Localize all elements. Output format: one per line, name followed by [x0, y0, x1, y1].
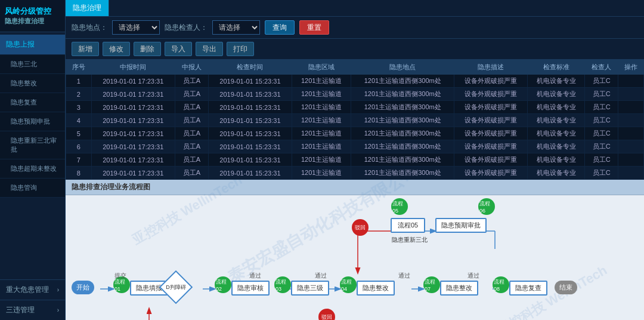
export-button[interactable]: 导出	[196, 42, 223, 56]
table-cell: 员工A	[175, 75, 208, 88]
table-cell: 员工C	[585, 75, 618, 88]
chevron-right-icon: ›	[57, 287, 59, 293]
proc06-top-circle: 流程06	[478, 198, 495, 215]
table-cell: 1201主运输道	[292, 75, 351, 88]
table-cell: 2019-01-01 17:23:31	[91, 88, 175, 101]
reject-circle-bottom: 驳回	[318, 309, 335, 320]
table-cell: 2019-01-01 15:23:31	[208, 140, 292, 153]
proc08-circle: 流程08	[493, 276, 509, 293]
table-cell: 2019-01-01 17:23:31	[91, 114, 175, 127]
top-tabs: 隐患治理	[66, 0, 644, 17]
table-cell	[618, 101, 644, 114]
print-button[interactable]: 打印	[227, 42, 254, 56]
sidebar-item-hidden-preapprove[interactable]: 隐患预期申批	[0, 112, 65, 131]
table-row[interactable]: 72019-01-01 17:23:31员工A2019-01-01 15:23:…	[66, 153, 644, 167]
col-header-index: 序号	[66, 60, 92, 75]
table-row[interactable]: 52019-01-01 17:23:31员工A2019-01-01 15:23:…	[66, 127, 644, 140]
table-row[interactable]: 32019-01-01 17:23:31员工A2019-01-01 15:23:…	[66, 101, 644, 114]
table-cell: 设备外观破损严重	[454, 88, 528, 101]
table-cell: 员工C	[585, 114, 618, 127]
tab-main[interactable]: 隐患治理	[66, 0, 109, 16]
table-cell: 员工C	[585, 101, 618, 114]
proc03-circle: 流程03	[274, 276, 291, 293]
table-cell: 8	[66, 167, 92, 180]
inspector-select[interactable]: 请选择	[212, 20, 260, 35]
preapprove-box: 隐患预期审批	[435, 218, 487, 233]
table-cell	[618, 167, 644, 180]
table-row[interactable]: 22019-01-01 17:23:31员工A2019-01-01 15:23:…	[66, 88, 644, 101]
rectify2-box: 隐患整改	[440, 281, 478, 296]
pass-label-2: 通过	[315, 272, 327, 280]
pass-label-4: 通过	[467, 272, 479, 280]
sidebar-item-hidden-overdue[interactable]: 隐患超期未整改	[0, 159, 65, 179]
table-cell: 1201主运输道西侧300m处	[351, 114, 454, 127]
sidebar-item-hidden-report[interactable]: 隐患上报	[0, 35, 65, 55]
delete-button[interactable]: 删除	[134, 42, 161, 56]
table-cell: 2019-01-01 17:23:31	[91, 127, 175, 140]
table-cell: 员工A	[175, 140, 208, 153]
location-select[interactable]: 请选择	[112, 20, 160, 35]
table-cell: 1201主运输道	[292, 167, 351, 180]
table-cell: 1201主运输道	[292, 101, 351, 114]
table-row[interactable]: 82019-01-01 17:23:31员工A2019-01-01 15:23:…	[66, 167, 644, 180]
table-cell: 员工A	[175, 127, 208, 140]
table-cell: 1201主运输道西侧300m处	[351, 127, 454, 140]
sidebar-bottom: 重大危患管理 › 三违管理 ›	[0, 279, 65, 320]
table-cell: 设备外观破损严重	[454, 153, 528, 167]
sidebar-item-hidden-three[interactable]: 隐患三北	[0, 55, 65, 74]
inspector-label: 隐患检查人：	[165, 23, 208, 33]
table-cell: 员工C	[585, 153, 618, 167]
col-header-check-time: 检查时间	[208, 60, 292, 75]
table-cell: 1201主运输道	[292, 88, 351, 101]
sidebar-item-hidden-query[interactable]: 隐患管询	[0, 179, 65, 198]
table-cell: 1201主运输道	[292, 140, 351, 153]
check3-box: 隐患三级	[291, 281, 329, 296]
table-cell: 2019-01-01 15:23:31	[208, 101, 292, 114]
reset-button[interactable]: 重置	[299, 20, 329, 35]
diamond-check: D判障碍	[162, 273, 190, 301]
table-row[interactable]: 62019-01-01 17:23:31员工A2019-01-01 15:23:…	[66, 140, 644, 153]
sidebar: 风岭分级管控 隐患排查治理 隐患上报 隐患三北 隐患整改 隐患复查 隐患预期申批…	[0, 0, 66, 320]
table-cell: 机电设备专业	[528, 75, 585, 88]
add-button[interactable]: 新增	[72, 42, 99, 56]
table-cell: 员工A	[175, 101, 208, 114]
app-title: 风岭分级管控 隐患排查治理	[0, 0, 65, 32]
import-button[interactable]: 导入	[165, 42, 192, 56]
table-cell: 1	[66, 75, 92, 88]
table-cell: 机电设备专业	[528, 114, 585, 127]
table-cell: 机电设备专业	[528, 101, 585, 114]
table-cell: 员工C	[585, 88, 618, 101]
proc07-circle: 流程07	[423, 276, 440, 293]
table-cell: 设备外观破损严重	[454, 127, 528, 140]
table-cell: 2019-01-01 15:23:31	[208, 88, 292, 101]
table-cell: 2019-01-01 17:23:31	[91, 167, 175, 180]
table-cell: 员工C	[585, 140, 618, 153]
table-cell: 4	[66, 114, 92, 127]
proc05-top-circle: 流程05	[391, 198, 408, 215]
edit-button[interactable]: 修改	[103, 42, 130, 56]
submit-label: 提交	[114, 272, 126, 280]
table-cell	[618, 127, 644, 140]
table-cell: 员工C	[585, 167, 618, 180]
sidebar-submenu: 隐患三北 隐患整改 隐患复查 隐患预期申批 隐患重新三北审批 隐患超期未整改 隐…	[0, 55, 65, 198]
sidebar-item-hidden-review[interactable]: 隐患复查	[0, 93, 65, 112]
pass-label-1: 通过	[249, 272, 261, 280]
table-row[interactable]: 42019-01-01 17:23:31员工A2019-01-01 15:23:…	[66, 114, 644, 127]
col-header-action: 操作	[618, 60, 644, 75]
sidebar-item-hidden-rethree[interactable]: 隐患重新三北审批	[0, 131, 65, 159]
search-button[interactable]: 查询	[265, 20, 295, 35]
table-cell: 6	[66, 140, 92, 153]
end-oval: 结束	[555, 281, 577, 294]
sidebar-bottom-major[interactable]: 重大危患管理 ›	[0, 279, 65, 300]
table-cell	[618, 88, 644, 101]
col-header-report-time: 中报时间	[91, 60, 175, 75]
table-row[interactable]: 12019-01-01 17:23:31员工A2019-01-01 15:23:…	[66, 75, 644, 88]
table-cell: 1201主运输道西侧300m处	[351, 167, 454, 180]
table-cell: 2019-01-01 15:23:31	[208, 153, 292, 167]
sidebar-item-hidden-rectify[interactable]: 隐患整改	[0, 74, 65, 93]
sidebar-bottom-three[interactable]: 三违管理 ›	[0, 300, 65, 320]
col-header-inspector: 检查人	[585, 60, 618, 75]
table-cell: 1201主运输道西侧300m处	[351, 88, 454, 101]
table-cell: 机电设备专业	[528, 140, 585, 153]
table-cell: 机电设备专业	[528, 88, 585, 101]
